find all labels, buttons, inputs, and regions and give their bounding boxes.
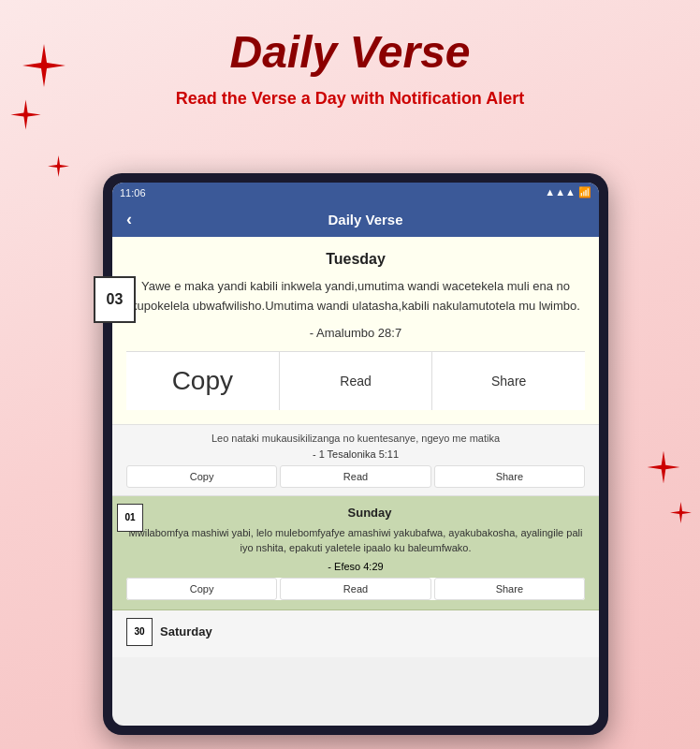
saturday-card: 30 Saturday <box>112 610 599 657</box>
nav-bar: ‹ Daily Verse <box>112 202 599 237</box>
sunday-verse-ref: - Efeso 4:29 <box>126 561 585 572</box>
sunday-badge: 01 <box>117 504 143 532</box>
svg-marker-2 <box>48 155 69 177</box>
svg-marker-0 <box>22 44 66 87</box>
sunday-copy-button[interactable]: Copy <box>126 578 277 600</box>
tablet-frame: 11:06 ▲▲▲ 📶 ‹ Daily Verse Tuesday Yawe e… <box>103 173 608 735</box>
nav-title: Daily Verse <box>146 212 585 228</box>
tablet-screen: 11:06 ▲▲▲ 📶 ‹ Daily Verse Tuesday Yawe e… <box>112 183 599 726</box>
tesalonika-buttons: Copy Read Share <box>126 465 585 488</box>
tuesday-copy-button[interactable]: Copy <box>126 352 280 410</box>
sunday-day-label: Sunday <box>154 506 585 520</box>
tuesday-day-label: Tuesday <box>126 251 585 268</box>
tesalonika-ref: - 1 Tesalonika 5:11 <box>126 448 585 460</box>
tuesday-share-button[interactable]: Share <box>432 352 585 410</box>
page-title: Daily Verse <box>0 0 700 78</box>
svg-marker-3 <box>648 451 680 484</box>
sunday-card: 01 Sunday Mwilabomfya mashiwi yabi, lelo… <box>112 496 599 610</box>
svg-marker-1 <box>10 99 40 129</box>
tesalonika-read-button[interactable]: Read <box>280 465 430 488</box>
tuesday-action-buttons: Copy Read Share <box>126 351 585 410</box>
tesalonika-share-button[interactable]: Share <box>434 465 585 488</box>
svg-marker-4 <box>670 502 692 523</box>
tuesday-badge: 03 <box>94 276 136 323</box>
tuesday-verse-ref: - Amalumbo 28:7 <box>126 326 585 340</box>
tesalonika-copy-button[interactable]: Copy <box>126 465 277 488</box>
saturday-badge: 30 <box>126 618 153 646</box>
tesalonika-card: Leo nataki mukausikilizanga no kuentesan… <box>112 425 599 496</box>
sunday-buttons: Copy Read Share <box>126 578 585 600</box>
saturday-day-label: Saturday <box>160 624 212 639</box>
status-time: 11:06 <box>120 187 146 198</box>
sunday-verse-text: Mwilabomfya mashiwi yabi, lelo mulebomfy… <box>126 525 585 556</box>
tuesday-verse-text: Yawe e maka yandi kabili inkwela yandi,u… <box>126 277 585 316</box>
page-subtitle: Read the Verse a Day with Notification A… <box>0 87 700 110</box>
saturday-header: 30 Saturday <box>126 618 585 646</box>
tuesday-card: Tuesday Yawe e maka yandi kabili inkwela… <box>112 237 599 425</box>
back-button[interactable]: ‹ <box>126 210 132 229</box>
sunday-read-button[interactable]: Read <box>280 578 430 600</box>
sunday-share-button[interactable]: Share <box>434 578 585 600</box>
tesalonika-verse-text: Leo nataki mukausikilizanga no kuentesan… <box>126 433 585 444</box>
status-bar: 11:06 ▲▲▲ 📶 <box>112 183 599 202</box>
status-icons: ▲▲▲ 📶 <box>545 186 591 198</box>
tuesday-read-button[interactable]: Read <box>280 352 433 410</box>
